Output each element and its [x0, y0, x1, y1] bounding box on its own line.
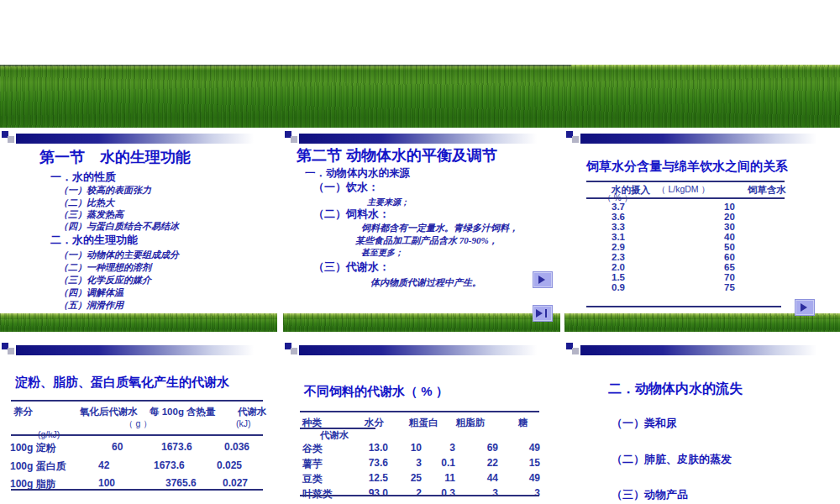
slide2-heading: 一．动物体内水的来源 — [305, 166, 410, 181]
list-item: （五）润滑作用 — [59, 299, 123, 312]
gradient-bar — [16, 134, 275, 144]
play-icon — [538, 276, 545, 284]
square-icon — [572, 136, 579, 143]
cell-forage: 60 — [724, 252, 735, 262]
grass-footer — [283, 313, 560, 332]
slide1-title: 第一节 水的生理功能 — [39, 147, 191, 167]
cell-value: 2 — [396, 487, 422, 499]
slide-thumbnail-4[interactable]: 淀粉、脂肪、蛋白质氧化产生的代谢水 养分 氧化后代谢水 每 100g 含热量 代… — [0, 340, 277, 504]
list-item: （一）动物体的主要组成成分 — [59, 249, 179, 261]
cell-value: 3 — [430, 442, 455, 454]
cell-forage: 30 — [724, 222, 735, 232]
last-slide-button[interactable] — [533, 305, 553, 322]
list-item: （四）调解体温 — [59, 286, 123, 299]
slide-header-decoration — [0, 342, 277, 359]
cell-intake: 1.5 — [612, 272, 625, 282]
presentation-overview: 第一节 水的生理功能 一．水的性质 （一）较高的表面张力 （二）比热大 （三）蒸… — [0, 0, 840, 504]
slide-thumbnail-5[interactable]: 不同饲料的代谢水（ % ） 种类 水分 粗蛋白 粗脂肪 糖 代谢水 谷类 13.… — [283, 340, 560, 504]
slide-thumbnail-3[interactable]: 饲草水分含量与绵羊饮水之间的关系 水的摄入 （ L/kgDM ） 饲草含水 （ … — [564, 129, 840, 332]
slide1-heading2: 二．水的生理功能 — [50, 233, 138, 248]
list-item: （一）饮水： — [313, 180, 379, 195]
cell-value: 3 — [515, 487, 540, 499]
table-rule — [586, 181, 785, 182]
square-icon — [8, 136, 14, 143]
column-header: 粗脂肪 — [456, 417, 486, 429]
cell-forage: 40 — [724, 232, 735, 242]
column-header: 氧化后代谢水 — [80, 406, 138, 418]
cell-intake: 3.3 — [612, 222, 625, 232]
gradient-bar — [580, 134, 837, 144]
cell-nutrient: 100g 蛋白质 — [10, 459, 66, 474]
cell-value: 10 — [396, 442, 422, 454]
list-item: （二）一种理想的溶剂 — [59, 261, 151, 274]
table-rule — [586, 197, 785, 199]
play-icon — [801, 303, 807, 312]
list-item: （二）饲料水： — [313, 207, 390, 222]
cell-forage: 65 — [724, 262, 735, 272]
gradient-bar — [16, 345, 275, 355]
list-item: （二）肺脏、皮肤的蒸发 — [612, 452, 732, 467]
cell-feed: 豆类 — [302, 472, 323, 486]
column-header: 每 100g 含热量 — [150, 406, 216, 418]
list-item: （三）化学反应的媒介 — [59, 274, 151, 286]
cell-value: 60 — [112, 441, 123, 453]
table-rule — [11, 489, 263, 491]
list-item: （三）蒸发热高 — [59, 208, 123, 221]
table-rule — [11, 400, 263, 402]
square-icon — [291, 348, 297, 354]
list-item: （二）比热大 — [59, 197, 114, 209]
cell-value: 73.6 — [363, 457, 388, 469]
gradient-bar — [299, 345, 558, 355]
column-header: 代谢水 — [238, 406, 267, 418]
cell-value: 0.036 — [224, 441, 249, 453]
cell-value: 0.3 — [430, 487, 455, 499]
cell-value: 100 — [98, 477, 115, 489]
next-slide-button[interactable] — [533, 271, 553, 288]
cell-value: 49 — [515, 442, 540, 454]
cell-forage: 10 — [724, 202, 735, 212]
slide-thumbnail-6[interactable]: 二．动物体内水的流失 （一）粪和尿 （二）肺脏、皮肤的蒸发 （三）动物产品 — [564, 340, 840, 504]
cell-value: 3 — [396, 457, 422, 469]
cell-value: 0.025 — [217, 459, 242, 471]
slide5-title: 不同饲料的代谢水（ % ） — [304, 384, 449, 400]
cell-intake: 2.9 — [612, 242, 625, 252]
cell-intake: 3.7 — [612, 202, 625, 212]
cell-value: 0.027 — [223, 477, 248, 489]
cell-forage: 20 — [724, 212, 735, 222]
slide2-title: 第二节 动物体水的平衡及调节 — [297, 145, 497, 165]
slide-header-decoration — [564, 130, 840, 147]
cell-value: 0.1 — [430, 457, 455, 469]
play-icon — [536, 309, 543, 318]
grass-footer — [564, 313, 840, 332]
cell-nutrient: 100g 淀粉 — [10, 441, 56, 455]
cell-value: 13.0 — [363, 442, 388, 454]
cell-value: 44 — [473, 472, 498, 484]
note-text: 某些食品加工副产品含水 70-90%， — [355, 234, 498, 247]
square-icon — [8, 348, 14, 354]
slide3-title: 饲草水分含量与绵羊饮水之间的关系 — [586, 159, 788, 175]
list-item: （三）动物产品 — [612, 487, 688, 502]
list-item: （一）粪和尿 — [612, 416, 677, 431]
cell-value: 49 — [515, 472, 540, 484]
square-icon — [291, 136, 297, 143]
next-slide-button[interactable] — [795, 299, 815, 316]
column-unit: （ L/kgDM ） — [657, 184, 710, 196]
table-rule — [300, 495, 539, 496]
grass-banner — [0, 65, 840, 128]
note-text: 甚至更多； — [361, 247, 403, 259]
cell-feed: 谷类 — [302, 442, 323, 456]
square-icon — [572, 348, 579, 354]
note-text: 饲料都含有一定量水。青绿多汁饲料， — [361, 222, 518, 234]
slide-thumbnail-1[interactable]: 第一节 水的生理功能 一．水的性质 （一）较高的表面张力 （二）比热大 （三）蒸… — [0, 129, 277, 332]
cell-intake: 3.1 — [612, 232, 625, 242]
slide-header-decoration — [283, 130, 560, 147]
cell-value: 1673.6 — [161, 441, 192, 453]
cell-value: 15 — [515, 457, 540, 469]
gradient-bar — [299, 134, 558, 144]
cell-forage: 75 — [724, 282, 735, 292]
cell-value: 25 — [396, 472, 422, 484]
slide6-title: 二．动物体内水的流失 — [608, 381, 743, 398]
cell-value: 42 — [98, 459, 109, 471]
table-rule — [586, 306, 781, 307]
slide-thumbnail-2[interactable]: 第二节 动物体水的平衡及调节 一．动物体内水的来源 （一）饮水： 主要来源； （… — [283, 129, 560, 332]
